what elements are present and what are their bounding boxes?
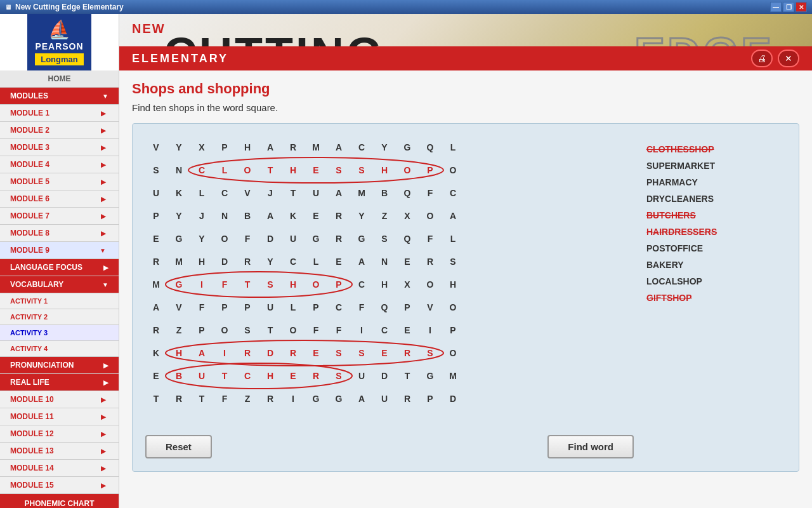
grid-cell-5-5[interactable]: Y: [259, 251, 281, 272]
grid-cell-7-10[interactable]: Q: [374, 297, 395, 318]
word-list-item-3[interactable]: DRYCLEANERS: [646, 192, 786, 205]
grid-cell-4-8[interactable]: R: [328, 228, 350, 250]
grid-cell-1-0[interactable]: S: [145, 159, 167, 181]
grid-cell-9-7[interactable]: E: [305, 342, 327, 364]
grid-cell-1-2[interactable]: C: [191, 159, 213, 181]
grid-cell-3-3[interactable]: N: [214, 205, 235, 227]
grid-cell-8-9[interactable]: I: [351, 319, 372, 341]
grid-cell-1-5[interactable]: T: [259, 159, 281, 181]
grid-cell-6-12[interactable]: O: [419, 274, 441, 295]
grid-cell-1-11[interactable]: O: [396, 159, 418, 181]
sidebar-item-module9[interactable]: MODULE 9 ▼: [0, 242, 119, 259]
grid-cell-0-8[interactable]: A: [328, 137, 350, 158]
grid-cell-7-9[interactable]: F: [351, 297, 372, 318]
grid-cell-2-13[interactable]: C: [442, 182, 464, 204]
sidebar-item-module13[interactable]: MODULE 13 ▶: [0, 443, 119, 460]
grid-cell-9-1[interactable]: H: [168, 342, 190, 364]
grid-cell-10-12[interactable]: G: [419, 365, 441, 387]
grid-cell-11-0[interactable]: T: [145, 388, 167, 410]
grid-cell-6-11[interactable]: X: [396, 274, 418, 295]
grid-cell-2-11[interactable]: Q: [396, 182, 418, 204]
grid-cell-6-6[interactable]: H: [282, 274, 304, 295]
close-button[interactable]: ✕: [796, 2, 807, 12]
sidebar-item-module5[interactable]: MODULE 5 ▶: [0, 173, 119, 190]
grid-cell-0-1[interactable]: Y: [168, 137, 190, 158]
sidebar-item-activity2[interactable]: ACTIVITY 2: [0, 309, 119, 325]
grid-cell-5-11[interactable]: E: [396, 251, 418, 272]
grid-cell-0-12[interactable]: Q: [419, 137, 441, 158]
grid-cell-10-13[interactable]: M: [442, 365, 464, 387]
grid-cell-5-9[interactable]: A: [351, 251, 372, 272]
grid-cell-11-8[interactable]: G: [328, 388, 350, 410]
sidebar-item-module14[interactable]: MODULE 14 ▶: [0, 460, 119, 477]
grid-cell-5-0[interactable]: R: [145, 251, 167, 272]
grid-cell-6-9[interactable]: C: [351, 274, 372, 295]
grid-cell-1-6[interactable]: H: [282, 159, 304, 181]
grid-cell-3-1[interactable]: Y: [168, 205, 190, 227]
sidebar-item-pronunciation[interactable]: PRONUNCIATION ▶: [0, 357, 119, 374]
grid-cell-2-12[interactable]: F: [419, 182, 441, 204]
grid-cell-5-6[interactable]: C: [282, 251, 304, 272]
grid-cell-10-2[interactable]: U: [191, 365, 213, 387]
grid-cell-10-11[interactable]: T: [396, 365, 418, 387]
grid-cell-8-7[interactable]: F: [305, 319, 327, 341]
grid-cell-11-6[interactable]: I: [282, 388, 304, 410]
grid-cell-7-0[interactable]: A: [145, 297, 167, 318]
grid-cell-9-8[interactable]: S: [328, 342, 350, 364]
close-header-button[interactable]: ✕: [778, 50, 799, 67]
grid-cell-2-5[interactable]: J: [259, 182, 281, 204]
grid-cell-9-5[interactable]: D: [259, 342, 281, 364]
grid-cell-8-0[interactable]: R: [145, 319, 167, 341]
grid-cell-3-10[interactable]: Z: [374, 205, 395, 227]
sidebar-item-module12[interactable]: MODULE 12 ▶: [0, 425, 119, 443]
grid-cell-11-4[interactable]: Z: [237, 388, 258, 410]
grid-cell-11-2[interactable]: T: [191, 388, 213, 410]
grid-cell-4-7[interactable]: G: [305, 228, 327, 250]
grid-cell-3-4[interactable]: B: [237, 205, 258, 227]
sidebar-item-real-life[interactable]: REAL LIFE ▶: [0, 374, 119, 391]
sidebar-item-module15[interactable]: MODULE 15 ▶: [0, 477, 119, 494]
word-list-item-4[interactable]: BUTCHERS: [646, 209, 786, 222]
grid-cell-5-10[interactable]: N: [374, 251, 395, 272]
word-list-item-7[interactable]: BAKERY: [646, 258, 786, 271]
minimize-button[interactable]: —: [770, 2, 782, 12]
grid-cell-7-13[interactable]: O: [442, 297, 464, 318]
sidebar-item-vocabulary[interactable]: VOCABULARY ▼: [0, 276, 119, 293]
grid-cell-2-1[interactable]: K: [168, 182, 190, 204]
word-list-item-9[interactable]: GIFTSHOP: [646, 291, 786, 304]
grid-cell-8-8[interactable]: F: [328, 319, 350, 341]
grid-cell-4-6[interactable]: U: [282, 228, 304, 250]
grid-cell-1-4[interactable]: O: [237, 159, 258, 181]
grid-cell-11-1[interactable]: R: [168, 388, 190, 410]
grid-cell-4-1[interactable]: G: [168, 228, 190, 250]
grid-cell-7-2[interactable]: F: [191, 297, 213, 318]
grid-cell-8-2[interactable]: P: [191, 319, 213, 341]
grid-cell-3-13[interactable]: A: [442, 205, 464, 227]
grid-cell-10-0[interactable]: E: [145, 365, 167, 387]
grid-cell-7-4[interactable]: P: [237, 297, 258, 318]
grid-cell-6-4[interactable]: T: [237, 274, 258, 295]
grid-cell-10-4[interactable]: C: [237, 365, 258, 387]
grid-cell-1-10[interactable]: H: [374, 159, 395, 181]
grid-cell-4-12[interactable]: F: [419, 228, 441, 250]
grid-cell-2-2[interactable]: L: [191, 182, 213, 204]
grid-cell-4-9[interactable]: G: [351, 228, 372, 250]
sidebar-item-modules[interactable]: MODULES ▼: [0, 88, 119, 105]
grid-cell-2-7[interactable]: U: [305, 182, 327, 204]
grid-cell-9-0[interactable]: K: [145, 342, 167, 364]
grid-cell-3-5[interactable]: A: [259, 205, 281, 227]
grid-cell-4-0[interactable]: E: [145, 228, 167, 250]
grid-cell-4-2[interactable]: Y: [191, 228, 213, 250]
grid-cell-9-3[interactable]: I: [214, 342, 235, 364]
sidebar-item-module2[interactable]: MODULE 2 ▶: [0, 122, 119, 139]
sidebar-item-module7[interactable]: MODULE 7 ▶: [0, 208, 119, 225]
word-list-item-2[interactable]: PHARMACY: [646, 176, 786, 189]
grid-cell-0-10[interactable]: Y: [374, 137, 395, 158]
grid-cell-0-2[interactable]: X: [191, 137, 213, 158]
grid-cell-5-3[interactable]: D: [214, 251, 235, 272]
sidebar-item-module4[interactable]: MODULE 4 ▶: [0, 156, 119, 173]
grid-cell-2-10[interactable]: B: [374, 182, 395, 204]
grid-cell-10-1[interactable]: B: [168, 365, 190, 387]
grid-cell-5-2[interactable]: H: [191, 251, 213, 272]
grid-cell-6-2[interactable]: I: [191, 274, 213, 295]
